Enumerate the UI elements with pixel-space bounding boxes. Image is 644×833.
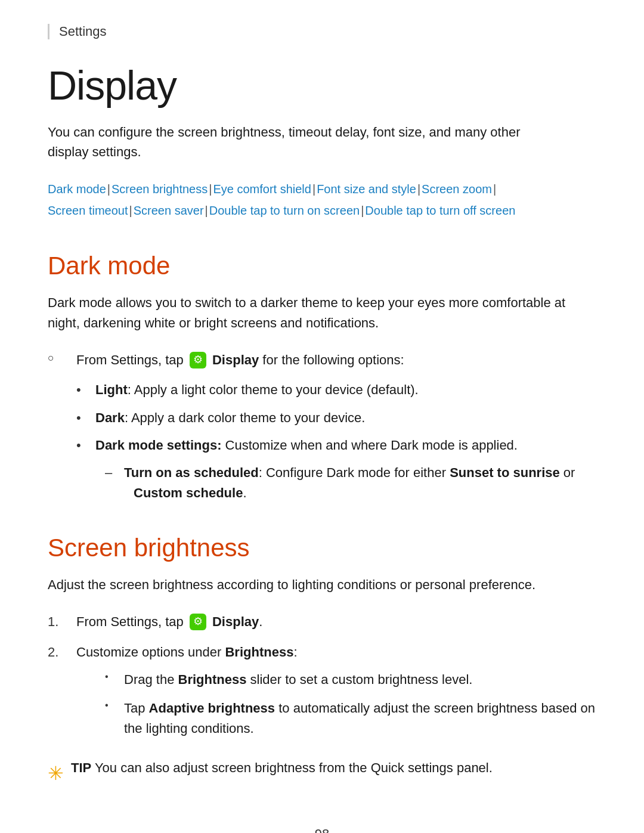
adaptive-brightness: Tap Adaptive brightness to automatically… bbox=[95, 698, 596, 739]
nav-links: Dark mode|Screen brightness|Eye comfort … bbox=[48, 178, 596, 221]
nav-link-screen-brightness[interactable]: Screen brightness bbox=[112, 182, 208, 196]
brightness-drag: Drag the Brightness slider to set a cust… bbox=[95, 670, 596, 690]
from-settings-text: From Settings, tap bbox=[76, 352, 187, 367]
settings-label: Settings bbox=[59, 24, 107, 39]
nav-link-screen-zoom[interactable]: Screen zoom bbox=[422, 182, 492, 196]
dark-mode-settings-option: Dark mode settings: Customize when and w… bbox=[67, 435, 596, 456]
brightness-step-2: Customize options under Brightness: Drag… bbox=[48, 642, 596, 739]
turn-on-scheduled: Turn on as scheduled: Configure Dark mod… bbox=[86, 463, 596, 503]
display-bold: Display bbox=[212, 352, 259, 367]
page-title: Display bbox=[48, 63, 596, 108]
dark-option: Dark: Apply a dark color theme to your d… bbox=[67, 408, 596, 428]
settings-header: Settings bbox=[48, 24, 596, 39]
light-option: Light: Apply a light color theme to your… bbox=[67, 380, 596, 400]
tip-icon: ✳ bbox=[48, 759, 64, 789]
brightness-step-1: From Settings, tap Display. bbox=[48, 612, 596, 632]
nav-link-screen-saver[interactable]: Screen saver bbox=[134, 204, 204, 217]
intro-text: You can configure the screen brightness,… bbox=[48, 122, 561, 162]
screen-brightness-title: Screen brightness bbox=[48, 533, 596, 563]
settings-icon-brightness bbox=[190, 614, 206, 630]
brightness-tip: ✳ TIP You can also adjust screen brightn… bbox=[48, 758, 596, 789]
dark-mode-options: Light: Apply a light color theme to your… bbox=[67, 380, 596, 503]
nav-link-eye-comfort[interactable]: Eye comfort shield bbox=[213, 182, 311, 196]
dark-mode-description: Dark mode allows you to switch to a dark… bbox=[48, 293, 584, 333]
brightness-steps: From Settings, tap Display. Customize op… bbox=[48, 612, 596, 738]
dark-mode-section: Dark mode Dark mode allows you to switch… bbox=[48, 251, 596, 503]
nav-link-font-size[interactable]: Font size and style bbox=[317, 182, 416, 196]
dark-mode-from-settings: From Settings, tap Display for the follo… bbox=[48, 350, 596, 370]
page-container: Settings Display You can configure the s… bbox=[0, 0, 644, 833]
brightness-sub-steps: Drag the Brightness slider to set a cust… bbox=[95, 670, 596, 739]
dark-mode-title: Dark mode bbox=[48, 251, 596, 281]
page-number: 98 bbox=[315, 826, 329, 833]
nav-link-screen-timeout[interactable]: Screen timeout bbox=[48, 204, 128, 217]
tip-text: TIP You can also adjust screen brightnes… bbox=[71, 758, 596, 778]
settings-icon-dark bbox=[190, 352, 206, 368]
nav-link-double-tap-off[interactable]: Double tap to turn off screen bbox=[365, 204, 515, 217]
for-following: for the following options: bbox=[259, 352, 404, 367]
nav-link-double-tap-on[interactable]: Double tap to turn on screen bbox=[209, 204, 360, 217]
screen-brightness-description: Adjust the screen brightness according t… bbox=[48, 575, 584, 595]
nav-link-dark-mode[interactable]: Dark mode bbox=[48, 182, 106, 196]
screen-brightness-section: Screen brightness Adjust the screen brig… bbox=[48, 533, 596, 789]
dark-mode-sub-options: Turn on as scheduled: Configure Dark mod… bbox=[86, 463, 596, 503]
